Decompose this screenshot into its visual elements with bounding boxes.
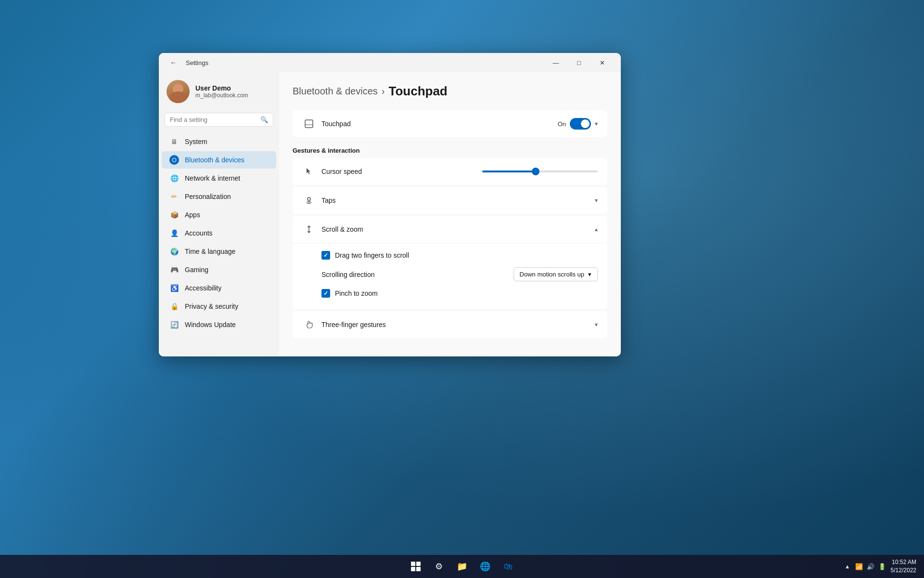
system-icon: 🖥 <box>169 137 179 146</box>
taskbar-settings-button[interactable]: ⚙ <box>428 556 449 577</box>
accounts-icon: 👤 <box>169 228 179 238</box>
sidebar-label-system: System <box>185 138 207 145</box>
drag-two-fingers-checkbox[interactable] <box>321 251 330 260</box>
title-bar-left: ← Settings <box>167 56 208 69</box>
title-bar: ← Settings — □ ✕ <box>159 53 621 72</box>
scroll-zoom-content: Drag two fingers to scroll Scrolling dir… <box>293 243 607 309</box>
tray-expand-icon[interactable]: ▲ <box>843 562 852 571</box>
user-info: User Demo m_lab@outlook.com <box>195 84 271 99</box>
three-finger-card: Three-finger gestures ▾ <box>293 311 607 338</box>
taps-card: Taps ▾ <box>293 187 607 214</box>
sidebar-label-accessibility: Accessibility <box>185 284 221 292</box>
sidebar-item-accessibility[interactable]: ♿ Accessibility <box>162 279 276 297</box>
taps-row[interactable]: Taps ▾ <box>293 187 607 214</box>
sidebar-item-bluetooth[interactable]: ⬡ Bluetooth & devices <box>162 151 276 169</box>
taskbar-date-display: 5/12/2022 <box>891 566 916 575</box>
breadcrumb-separator: › <box>382 86 385 97</box>
touchpad-toggle[interactable] <box>570 118 591 130</box>
update-icon: 🔄 <box>169 320 179 329</box>
sidebar: User Demo m_lab@outlook.com 🔍 🖥 System ⬡ <box>159 72 279 356</box>
scroll-zoom-chevron-up-icon[interactable]: ▴ <box>595 226 598 233</box>
taskbar-time-display: 10:52 AM <box>891 558 916 566</box>
sidebar-item-system[interactable]: 🖥 System <box>162 133 276 150</box>
sidebar-label-apps: Apps <box>185 211 200 219</box>
personalization-icon: ✏ <box>169 192 179 201</box>
sidebar-item-privacy[interactable]: 🔒 Privacy & security <box>162 298 276 315</box>
taskbar-tray: ▲ 📶 🔊 🔋 10:52 AM 5/12/2022 <box>843 558 916 575</box>
search-input[interactable] <box>170 116 257 123</box>
sidebar-item-accounts[interactable]: 👤 Accounts <box>162 224 276 242</box>
taps-chevron-down-icon[interactable]: ▾ <box>595 197 598 204</box>
window-controls: — □ ✕ <box>545 55 613 70</box>
apps-icon: 📦 <box>169 210 179 220</box>
sidebar-item-gaming[interactable]: 🎮 Gaming <box>162 261 276 278</box>
sidebar-item-network[interactable]: 🌐 Network & internet <box>162 170 276 187</box>
dropdown-chevron-down-icon: ▾ <box>588 271 591 278</box>
back-icon: ← <box>170 59 177 66</box>
accessibility-icon: ♿ <box>169 283 179 293</box>
settings-window: ← Settings — □ ✕ User Demo m_lab@outlook… <box>159 53 621 356</box>
three-finger-chevron-down-icon[interactable]: ▾ <box>595 321 598 328</box>
pinch-to-zoom-checkbox[interactable] <box>321 289 330 298</box>
slider-track <box>482 171 598 172</box>
network-icon: 🌐 <box>169 173 179 183</box>
taskbar-center: ⚙ 📁 🌐 🛍 <box>405 556 519 577</box>
taskbar-store-button[interactable]: 🛍 <box>498 556 519 577</box>
content-area: Bluetooth & devices › Touchpad Touchpad … <box>279 72 621 356</box>
scrolling-direction-dropdown[interactable]: Down motion scrolls up ▾ <box>513 267 598 281</box>
pinch-to-zoom-label: Pinch to zoom <box>335 289 378 297</box>
scroll-zoom-card: Scroll & zoom ▴ Drag two fingers to scro… <box>293 216 607 309</box>
breadcrumb-current: Touchpad <box>388 84 447 99</box>
windows-logo-icon <box>411 562 421 571</box>
scroll-zoom-header[interactable]: Scroll & zoom ▴ <box>293 216 607 243</box>
taskbar-explorer-button[interactable]: 📁 <box>451 556 473 577</box>
touchpad-control: On ▾ <box>558 118 598 130</box>
taskbar-edge-button[interactable]: 🌐 <box>475 556 496 577</box>
breadcrumb-parent[interactable]: Bluetooth & devices <box>293 86 378 97</box>
user-name: User Demo <box>195 84 271 92</box>
touchpad-chevron-down-icon[interactable]: ▾ <box>595 120 598 127</box>
search-box: 🔍 <box>165 113 273 127</box>
tray-network-icon[interactable]: 📶 <box>854 562 864 571</box>
sidebar-item-time[interactable]: 🌍 Time & language <box>162 243 276 260</box>
start-button[interactable] <box>405 556 426 577</box>
sidebar-label-accounts: Accounts <box>185 229 213 237</box>
tray-icons: ▲ 📶 🔊 🔋 <box>843 562 887 571</box>
gaming-icon: 🎮 <box>169 265 179 275</box>
maximize-button[interactable]: □ <box>568 55 590 70</box>
touchpad-card: Touchpad On ▾ <box>293 110 607 137</box>
drag-two-fingers-label: Drag two fingers to scroll <box>335 251 409 259</box>
user-email: m_lab@outlook.com <box>195 92 271 99</box>
sidebar-item-personalization[interactable]: ✏ Personalization <box>162 188 276 205</box>
scrolling-direction-value: Down motion scrolls up <box>520 271 584 278</box>
time-icon: 🌍 <box>169 247 179 256</box>
slider-fill <box>482 171 534 172</box>
three-finger-label: Three-finger gestures <box>321 321 595 328</box>
taps-label: Taps <box>321 197 595 204</box>
slider-thumb[interactable] <box>532 168 539 175</box>
cursor-speed-card: Cursor speed <box>293 158 607 185</box>
three-finger-row[interactable]: Three-finger gestures ▾ <box>293 311 607 338</box>
sidebar-item-update[interactable]: 🔄 Windows Update <box>162 316 276 333</box>
sidebar-label-privacy: Privacy & security <box>185 302 238 310</box>
sidebar-label-time: Time & language <box>185 248 235 255</box>
tray-battery-icon[interactable]: 🔋 <box>877 562 887 571</box>
bluetooth-icon: ⬡ <box>169 155 179 165</box>
svg-rect-0 <box>305 120 313 128</box>
search-icon: 🔍 <box>260 116 268 123</box>
taskbar-datetime[interactable]: 10:52 AM 5/12/2022 <box>891 558 916 575</box>
user-profile: User Demo m_lab@outlook.com <box>159 72 279 113</box>
cursor-speed-slider[interactable] <box>482 171 598 172</box>
sidebar-label-network: Network & internet <box>185 174 240 182</box>
sidebar-item-apps[interactable]: 📦 Apps <box>162 206 276 223</box>
tray-sound-icon[interactable]: 🔊 <box>866 562 875 571</box>
svg-point-2 <box>308 197 310 200</box>
close-button[interactable]: ✕ <box>591 55 613 70</box>
scroll-zoom-label: Scroll & zoom <box>321 225 595 233</box>
bt-circle: ⬡ <box>169 155 179 165</box>
back-button[interactable]: ← <box>167 56 180 69</box>
minimize-button[interactable]: — <box>545 55 567 70</box>
touchpad-icon <box>302 117 316 131</box>
sidebar-label-gaming: Gaming <box>185 266 208 274</box>
touchpad-status: On <box>558 120 566 128</box>
